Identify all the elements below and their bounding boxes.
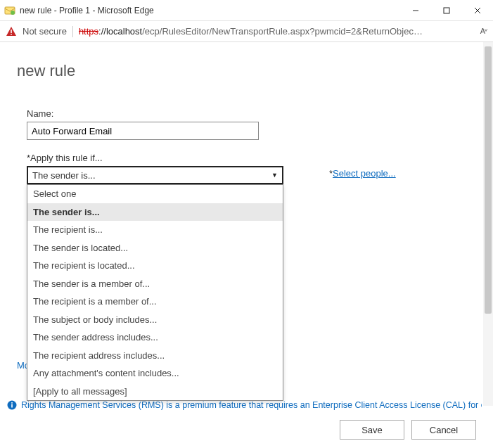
dropdown-option[interactable]: [Apply to all messages] — [27, 383, 283, 401]
svg-rect-7 — [11, 34, 12, 35]
url-display[interactable]: https://localhost/ecp/RulesEditor/NewTra… — [79, 26, 475, 37]
name-input[interactable] — [27, 122, 259, 140]
name-label: Name: — [27, 108, 476, 119]
url-proto: https — [79, 26, 98, 37]
svg-rect-10 — [11, 402, 13, 404]
maximize-button[interactable] — [431, 0, 462, 21]
save-button[interactable]: Save — [340, 420, 404, 440]
svg-rect-6 — [11, 30, 12, 33]
dropdown-option[interactable]: The subject or body includes... — [27, 311, 283, 329]
apply-rule-selected: The sender is... — [32, 170, 96, 181]
rms-info-bar: Rights Management Services (RMS) is a pr… — [7, 400, 482, 410]
read-aloud-icon[interactable]: Aᵛ — [480, 27, 487, 36]
close-button[interactable] — [462, 0, 493, 21]
svg-rect-9 — [11, 404, 13, 408]
scrollbar-thumb[interactable] — [485, 46, 492, 314]
not-secure-text: Not secure — [23, 26, 67, 37]
cancel-button[interactable]: Cancel — [411, 420, 476, 440]
window-titlebar: new rule - Profile 1 - Microsoft Edge — [0, 0, 493, 21]
dropdown-option[interactable]: The sender is located... — [27, 239, 283, 257]
dropdown-option[interactable]: The recipient is a member of... — [27, 293, 283, 311]
dropdown-option[interactable]: The recipient is... — [27, 221, 283, 239]
svg-rect-3 — [444, 8, 449, 13]
apply-rule-label: *Apply this rule if... — [27, 153, 476, 163]
rms-info-text: Rights Management Services (RMS) is a pr… — [21, 400, 482, 410]
address-bar: Not secure https://localhost/ecp/RulesEd… — [0, 21, 493, 42]
chevron-down-icon: ▼ — [271, 172, 278, 179]
apply-rule-dropdown[interactable]: Select oneThe sender is...The recipient … — [27, 184, 283, 401]
not-secure-icon — [6, 26, 17, 37]
dropdown-option[interactable]: Any attachment's content includes... — [27, 364, 283, 383]
url-host: ://localhost — [98, 26, 142, 37]
page-title: new rule — [17, 62, 476, 80]
address-divider — [72, 26, 73, 37]
dropdown-option[interactable]: Select one — [27, 185, 283, 203]
dropdown-option[interactable]: The sender is... — [27, 203, 283, 222]
dropdown-option[interactable]: The sender address includes... — [27, 328, 283, 347]
url-path: /ecp/RulesEditor/NewTransportRule.aspx?p… — [142, 26, 423, 37]
dropdown-option[interactable]: The recipient address includes... — [27, 347, 283, 365]
minimize-button[interactable] — [400, 0, 431, 21]
dropdown-option[interactable]: The recipient is located... — [27, 257, 283, 275]
window-title: new rule - Profile 1 - Microsoft Edge — [20, 6, 400, 15]
svg-point-1 — [11, 11, 15, 15]
dropdown-option[interactable]: The sender is a member of... — [27, 275, 283, 293]
apply-rule-select[interactable]: The sender is... ▼ — [27, 166, 283, 184]
vertical-scrollbar[interactable] — [483, 42, 493, 406]
select-people-link[interactable]: *Select people... — [329, 168, 396, 179]
app-icon — [4, 5, 15, 16]
